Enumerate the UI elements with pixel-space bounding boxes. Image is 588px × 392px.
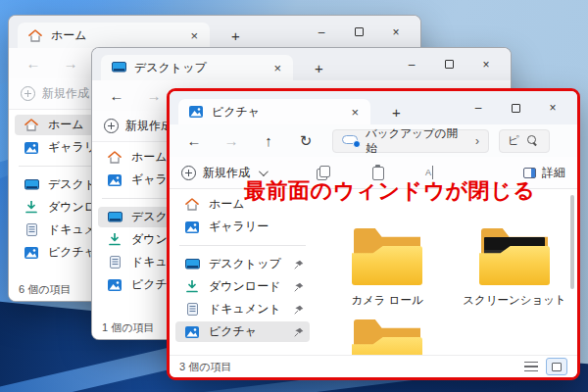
new-tab-button[interactable]: + [386,104,407,121]
plus-circle-icon [181,166,196,180]
search-text: ピ [508,133,519,148]
pictures-icon [107,278,122,292]
minimize-button[interactable]: – [303,21,340,44]
tab-desktop[interactable]: デスクトップ × [101,55,293,80]
tab-close-button[interactable]: × [270,61,285,75]
sidebar-item-gallery[interactable]: ギャラリー [175,217,310,237]
annotation-text: 最前面のウィンドウが閉じる [244,176,535,206]
vertical-scrollbar[interactable] [570,195,574,289]
folder-screenshots[interactable]: スクリーンショット [460,228,569,308]
chevron-right-icon[interactable]: › [475,134,479,148]
folder-name: カメラ ロール [332,293,442,308]
search-box[interactable]: ピ [499,129,550,153]
desktop-icon [24,178,39,192]
home-icon [27,28,43,42]
tab-bar: ピクチャ × + – × [170,91,577,124]
plus-circle-icon [21,86,35,101]
new-tab-button[interactable]: + [225,27,246,44]
maximize-icon [512,104,520,113]
thumbnail-view-button[interactable] [546,358,567,375]
details-label: 詳細 [542,165,565,181]
minimize-button[interactable]: – [393,53,430,76]
close-button[interactable]: × [534,96,571,120]
explorer-window-pictures: ピクチャ × + – × ← → ↑ ↻ バックアップの開始 › ピ [167,88,580,380]
sidebar-item-downloads[interactable]: ダウンロード [175,276,310,297]
tab-title: ピクチャ [212,104,339,121]
forward-button[interactable]: → [52,55,89,72]
gallery-icon [184,220,200,234]
new-item-button[interactable]: 新規作成 [21,85,89,102]
thumbnail-view-icon [552,363,562,371]
folder-partial[interactable] [332,319,442,355]
desktop: ホーム × + – × ← → 新規作成 ホーム [0,0,588,392]
close-button[interactable]: × [377,21,415,44]
back-button[interactable]: ← [175,132,213,149]
tab-home[interactable]: ホーム × [18,23,210,48]
tab-close-button[interactable]: × [186,28,202,43]
pictures-icon [188,105,204,119]
close-button[interactable]: × [467,53,505,76]
gallery-icon [107,173,122,187]
folder-camera-roll[interactable]: カメラ ロール [332,228,442,308]
list-view-button[interactable] [524,362,538,371]
sidebar-separator [179,245,306,246]
maximize-button[interactable] [497,96,534,120]
chevron-down-icon [259,167,269,176]
document-icon [107,256,122,270]
sidebar-item-desktop[interactable]: デスクトップ [175,254,310,274]
back-button[interactable]: ← [15,55,52,72]
home-icon [107,151,122,165]
pin-icon [294,260,304,270]
tab-close-button[interactable]: × [347,105,363,120]
onedrive-backup-icon [342,135,359,146]
up-button[interactable]: ↑ [250,132,287,149]
tab-bar: デスクトップ × + – × [92,48,511,80]
forward-button[interactable]: → [213,132,250,149]
item-count: 1 個の項目 [102,320,154,335]
refresh-button[interactable]: ↻ [287,132,324,150]
new-item-label: 新規作成 [203,165,250,181]
view-toggles [524,358,567,375]
maximize-icon [355,27,364,36]
document-icon [24,223,39,237]
sidebar-item-label: ピクチャ [48,244,96,261]
sidebar: ホーム ギャラリー デスクトップ ダウンロード [170,189,315,355]
pin-icon [294,327,304,337]
desktop-icon [111,61,126,74]
maximize-button[interactable] [430,53,467,76]
sidebar-item-pictures[interactable]: ピクチャ [175,321,310,342]
back-button[interactable]: ← [98,87,135,104]
sidebar-item-label: ホーム [131,149,168,166]
folder-icon [352,319,422,355]
folder-icon [352,228,422,285]
tab-bar: ホーム × + – × [9,16,420,48]
sidebar-item-label: ホーム [209,196,245,213]
minimize-button[interactable]: – [460,96,497,120]
window-controls: – × [393,53,511,76]
new-item-button[interactable]: 新規作成 [104,118,172,134]
sidebar-item-label: ギャラリー [209,219,269,235]
tab-pictures[interactable]: ピクチャ × [178,99,370,124]
address-bar[interactable]: バックアップの開始 › [332,129,489,153]
sidebar-item-label: ダウンロード [209,278,280,295]
maximize-button[interactable] [340,21,377,44]
maximize-icon [445,60,454,69]
file-list-area: カメラ ロール スクリーンショット [315,189,577,355]
tab-title: デスクトップ [134,60,262,76]
pin-icon [294,282,304,292]
item-count: 3 個の項目 [179,360,231,374]
desktop-icon [107,211,122,224]
sidebar-item-documents[interactable]: ドキュメント [175,299,310,319]
status-bar: 3 個の項目 [170,355,577,377]
sidebar-item-label: ドキュメント [209,301,281,318]
window-controls: – × [460,96,577,120]
backup-prompt: バックアップの開始 [366,126,468,156]
new-tab-button[interactable]: + [309,60,329,76]
sidebar-item-label: ホーム [48,117,84,133]
navigation-bar: ← → ↑ ↻ バックアップの開始 › ピ [170,124,577,157]
pictures-icon [184,325,200,339]
search-icon [527,135,538,146]
folder-icon-with-thumbnail [479,228,550,285]
download-icon [107,233,122,247]
pictures-icon [24,246,39,260]
